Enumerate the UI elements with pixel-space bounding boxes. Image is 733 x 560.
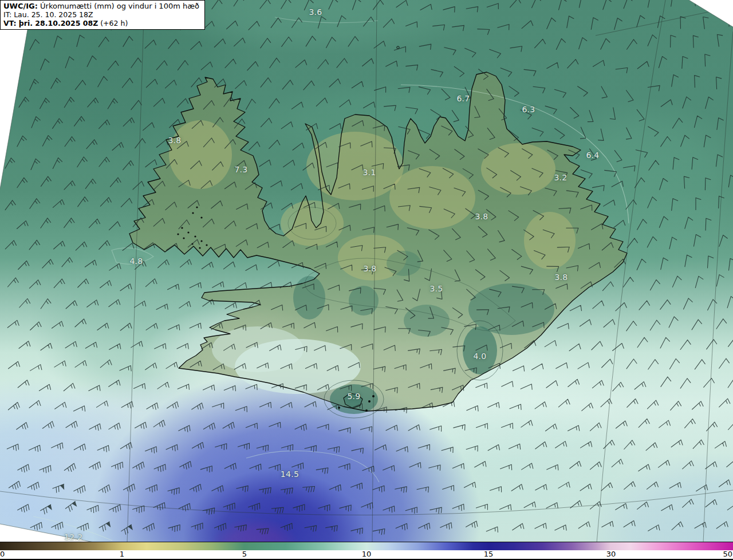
- valid-time-line: VT: þri. 28.10.2025 08Z (+62 h): [3, 19, 199, 27]
- colorbar-tick-labels: 01510153050: [0, 550, 733, 560]
- colorbar-tick-label: 50: [723, 550, 732, 558]
- colorbar-tick-label: 0: [0, 550, 5, 558]
- precipitation-colorbar: 01510153050: [0, 542, 733, 560]
- colorbar-tick-label: 15: [484, 550, 494, 558]
- title-text: Úrkomumætti (mm) og vindur i 100m hæð: [38, 2, 199, 10]
- colorbar-tick-label: 5: [242, 550, 247, 558]
- colorbar-gradient: [0, 542, 733, 550]
- product-code: UWC/IG:: [3, 2, 38, 10]
- map-header: UWC/IG: Úrkomumætti (mm) og vindur i 100…: [0, 0, 205, 30]
- lead-time: (+62 h): [98, 19, 128, 27]
- init-time-line: IT: Lau. 25. 10. 2025 18Z: [3, 10, 199, 19]
- colorbar-tick-label: 1: [120, 550, 124, 558]
- weather-map-canvas: [0, 0, 733, 560]
- colorbar-tick-label: 30: [606, 550, 616, 558]
- colorbar-tick-label: 10: [362, 550, 372, 558]
- weather-map-page: 3.66.76.33.87.33.16.43.23.84.83.83.53.84…: [0, 0, 733, 560]
- valid-time: VT: þri. 28.10.2025 08Z: [3, 19, 98, 27]
- map-title: UWC/IG: Úrkomumætti (mm) og vindur i 100…: [3, 2, 199, 10]
